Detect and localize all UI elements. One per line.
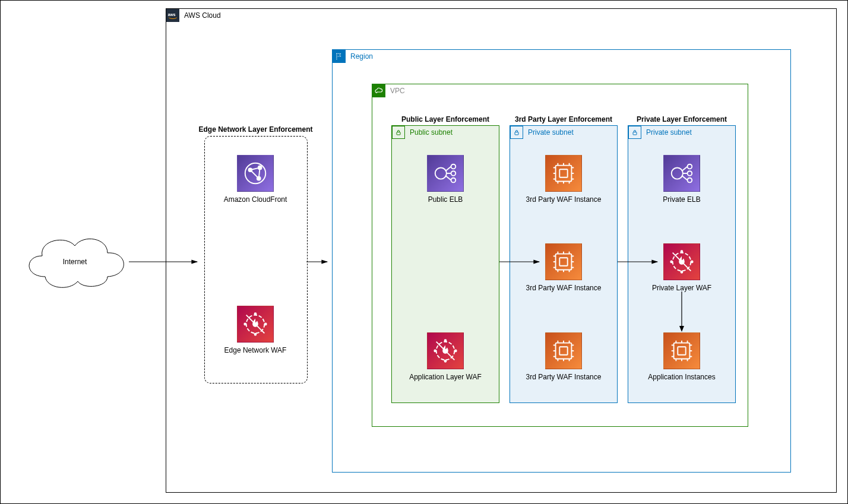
svg-point-16 [451, 171, 456, 176]
arrow-3rdparty-to-private [618, 256, 663, 268]
edge-waf-icon [237, 306, 274, 343]
private-lock-icon [628, 126, 641, 139]
private-subnet-label: Private subnet [646, 128, 692, 137]
svg-rect-56 [556, 343, 572, 359]
svg-point-83 [670, 261, 672, 263]
svg-point-75 [688, 178, 692, 183]
public-elb-caption: Public ELB [392, 195, 499, 204]
public-layer-title: Public Layer Enforcement [391, 115, 499, 123]
public-elb-icon [427, 155, 464, 192]
edge-group-title: Edge Network Layer Enforcement [198, 125, 314, 134]
third-party-lock-icon [510, 126, 523, 139]
aws-cloud-label: AWS Cloud [184, 11, 221, 20]
svg-point-24 [445, 360, 447, 362]
public-subnet-label: Public subnet [410, 128, 453, 137]
waf-instance-1-caption: 3rd Party WAF Instance [510, 195, 617, 204]
svg-line-18 [445, 167, 451, 172]
vpc-label: VPC [390, 87, 405, 95]
private-elb-icon [663, 155, 700, 192]
diagram-canvas: Internet aws AWS Cloud Edge Network Laye… [0, 0, 848, 504]
third-party-subnet-label: Private subnet [528, 128, 574, 137]
arrow-private-waf-to-app [676, 291, 688, 333]
third-party-title: 3rd Party Layer Enforcement [510, 115, 618, 123]
svg-point-10 [244, 324, 246, 325]
arrow-edge-to-region [306, 256, 333, 268]
svg-point-25 [434, 350, 436, 352]
svg-rect-28 [556, 166, 572, 182]
private-layer-title: Private Layer Enforcement [628, 115, 736, 123]
region-label: Region [350, 52, 373, 61]
waf-instance-2-icon [545, 243, 582, 280]
svg-text:aws: aws [168, 12, 176, 17]
svg-point-73 [688, 164, 692, 169]
waf-instance-2-caption: 3rd Party WAF Instance [510, 284, 617, 292]
svg-point-72 [672, 167, 683, 179]
svg-line-76 [682, 167, 688, 172]
cloudfront-caption: Amazon CloudFront [202, 195, 309, 204]
waf-instance-1-icon [545, 155, 582, 192]
svg-rect-71 [633, 132, 637, 135]
svg-point-14 [435, 167, 447, 179]
svg-point-15 [451, 164, 456, 169]
public-subnet-lock-icon [392, 126, 405, 139]
waf-instance-3-icon [545, 332, 582, 369]
svg-rect-42 [556, 254, 572, 270]
app-layer-waf-caption: Application Layer WAF [392, 373, 499, 381]
internet-label: Internet [18, 258, 131, 266]
app-instances-caption: Application Instances [628, 373, 735, 381]
svg-point-9 [255, 334, 257, 335]
app-layer-waf-icon [427, 332, 464, 369]
svg-point-74 [688, 171, 692, 176]
svg-point-2 [245, 163, 266, 184]
svg-rect-85 [674, 343, 690, 359]
private-elb-caption: Private ELB [628, 195, 735, 204]
svg-rect-86 [678, 347, 685, 354]
app-instances-icon [663, 332, 700, 369]
private-waf-icon [663, 243, 700, 280]
waf-instance-3-caption: 3rd Party WAF Instance [510, 373, 617, 381]
arrow-public-to-3rdparty [499, 256, 545, 268]
internet-cloud: Internet [18, 229, 131, 296]
svg-rect-13 [397, 132, 400, 135]
svg-point-23 [445, 340, 447, 341]
svg-point-81 [681, 251, 683, 252]
svg-point-8 [255, 313, 257, 315]
svg-rect-27 [515, 132, 518, 135]
svg-point-11 [265, 324, 267, 325]
svg-point-82 [681, 271, 683, 273]
svg-rect-43 [559, 258, 567, 265]
aws-logo-icon: aws [166, 9, 179, 22]
svg-line-20 [445, 176, 451, 180]
svg-line-78 [682, 176, 688, 180]
svg-point-84 [691, 261, 693, 263]
svg-rect-29 [559, 169, 567, 177]
svg-point-17 [451, 178, 456, 183]
svg-point-26 [455, 350, 457, 352]
vpc-cloud-icon [372, 84, 385, 97]
cloudfront-icon [237, 155, 274, 192]
private-waf-caption: Private Layer WAF [628, 284, 735, 292]
region-flag-icon [333, 50, 346, 63]
svg-rect-57 [559, 347, 567, 354]
edge-waf-caption: Edge Network WAF [202, 346, 309, 354]
